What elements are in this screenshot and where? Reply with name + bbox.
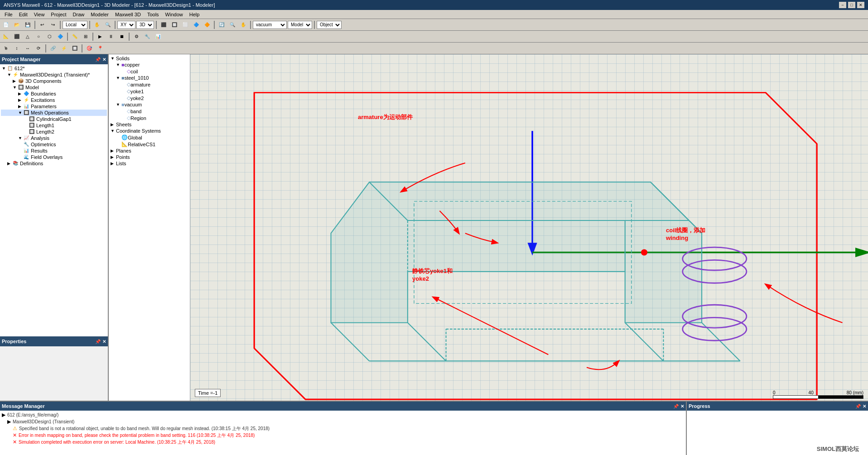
mt-region[interactable]: ◇ Region [110, 115, 189, 121]
expand-model[interactable]: ▼ [13, 85, 18, 90]
misc-btn-2[interactable]: 🔧 [142, 32, 152, 41]
selection-type-select[interactable]: Object Face Edge [317, 21, 342, 29]
t3-btn-6[interactable]: ⚡ [59, 44, 69, 53]
progress-close-icon[interactable]: ✕ [863, 404, 866, 409]
tree-item-excitations[interactable]: ▶ ⚡ Excitations [1, 97, 107, 103]
maximize-button[interactable]: □ [848, 2, 855, 8]
mt-armature[interactable]: ◇ armature [110, 81, 189, 88]
menu-modeler[interactable]: Modeler [88, 11, 111, 18]
mt-solids[interactable]: ▼ Solids [110, 55, 189, 62]
view-btn-4[interactable]: 🔷 [191, 20, 201, 29]
sim-btn-1[interactable]: ▶ [95, 32, 105, 41]
menu-edit[interactable]: Edit [16, 11, 30, 18]
tree-item-length2[interactable]: 🔲 Length2 [1, 129, 107, 135]
properties-close-icon[interactable]: ✕ [102, 339, 106, 344]
mt-coil[interactable]: ◇ coil [110, 68, 189, 75]
mt-sheets[interactable]: ▶ Sheets [110, 121, 189, 128]
open-btn[interactable]: 📂 [12, 20, 22, 29]
expand-3dcomponents[interactable]: ▶ [13, 79, 18, 83]
snap-x-btn[interactable]: ✋ [92, 20, 102, 29]
view-btn-3[interactable]: ⬜ [180, 20, 190, 29]
expand-parameters[interactable]: ▶ [18, 104, 24, 109]
close-panel-icon[interactable]: ✕ [102, 57, 106, 62]
view-btn-2[interactable]: 🔲 [169, 20, 179, 29]
view-btn-5[interactable]: 🔶 [202, 20, 212, 29]
model-tree[interactable]: ▼ Solids ▼ ■ copper ◇ coil ▼ ■ steel_101… [109, 54, 190, 401]
t3-btn-5[interactable]: 🔗 [48, 44, 58, 53]
draw-btn-2[interactable]: ⬛ [12, 32, 22, 41]
menu-maxwell3d[interactable]: Maxwell 3D [112, 11, 144, 18]
mt-steel1010[interactable]: ▼ ■ steel_1010 [110, 75, 189, 81]
viewport-3d[interactable]: armature为运动部件 coil线圈，添加 winding 静铁芯yoke1… [190, 54, 868, 401]
sim-btn-2[interactable]: ⏸ [106, 32, 116, 41]
expand-length2[interactable] [24, 129, 29, 134]
redo-btn[interactable]: ↪ [48, 20, 58, 29]
grid-btn[interactable]: ⊞ [81, 32, 91, 41]
measure-btn[interactable]: 📏 [70, 32, 80, 41]
mt-relativeCS1[interactable]: 📐 RelativeCS1 [110, 141, 189, 148]
expand-analysis[interactable]: ▼ [18, 136, 24, 140]
tree-item-optimetrics[interactable]: 🔧 Optimetrics [1, 141, 107, 148]
menu-file[interactable]: File [2, 11, 15, 18]
mt-yoke1[interactable]: ◇ yoke1 [110, 88, 189, 95]
tree-item-model[interactable]: ▼ 🔲 Model [1, 84, 107, 91]
expand-fieldoverlays[interactable] [18, 155, 24, 159]
t3-btn-9[interactable]: 📍 [95, 44, 105, 53]
mt-global[interactable]: 🌐 Global [110, 134, 189, 141]
tree-item-root612[interactable]: ▼ 📋 612* [1, 65, 107, 72]
draw-btn-5[interactable]: ⬡ [44, 32, 54, 41]
minimize-button[interactable]: − [839, 2, 846, 8]
model-select[interactable]: Model [288, 21, 312, 29]
title-bar-controls[interactable]: − □ ✕ [839, 2, 864, 8]
menu-view[interactable]: View [31, 11, 48, 18]
tree-item-definitions[interactable]: ▶ 📚 Definitions [1, 160, 107, 167]
view-btn-1[interactable]: ⬛ [159, 20, 169, 29]
mt-band[interactable]: ◇ band [110, 108, 189, 115]
draw-btn-4[interactable]: ○ [34, 32, 43, 41]
sim-btn-3[interactable]: ⏹ [117, 32, 127, 41]
expand-boundaries[interactable]: ▶ [18, 91, 24, 96]
msg-close-icon[interactable]: ✕ [680, 404, 684, 409]
new-btn[interactable]: 📄 [1, 20, 11, 29]
mt-copper[interactable]: ▼ ■ copper [110, 62, 189, 68]
pin-icon[interactable]: 📌 [95, 57, 101, 62]
tree-item-boundaries[interactable]: ▶ 🔷 Boundaries [1, 91, 107, 97]
draw-btn-3[interactable]: △ [23, 32, 33, 41]
mt-coordsys[interactable]: ▼ Coordinate Systems [110, 128, 189, 134]
tree-item-parameters[interactable]: ▶ 📊 Parameters [1, 103, 107, 110]
mt-yoke2[interactable]: ◇ yoke2 [110, 95, 189, 101]
tree-item-fieldoverlays[interactable]: 🌊 Field Overlays [1, 154, 107, 160]
mt-points[interactable]: ▶ Points [110, 154, 189, 160]
msg-pin-icon[interactable]: 📌 [673, 404, 679, 409]
expand-excitations[interactable]: ▶ [18, 98, 24, 102]
expand-definitions[interactable]: ▶ [7, 161, 13, 166]
tree-item-length1[interactable]: 🔲 Length1 [1, 122, 107, 129]
menu-help[interactable]: Help [187, 11, 203, 18]
tree-item-maxwell3d[interactable]: ▼ ⚡ Maxwell3DDesign1 (Transient)* [1, 72, 107, 78]
tree-item-results[interactable]: 📊 Results [1, 148, 107, 154]
misc-btn-3[interactable]: 📊 [153, 32, 163, 41]
t3-btn-2[interactable]: ↕ [12, 44, 22, 53]
menu-draw[interactable]: Draw [70, 11, 87, 18]
properties-pin-icon[interactable]: 📌 [95, 339, 101, 344]
view-select[interactable]: 3D 2D [136, 21, 154, 29]
zoom-btn[interactable]: 🔍 [227, 20, 237, 29]
tree-item-3dcomponents[interactable]: ▶ 📦 3D Components [1, 78, 107, 84]
t3-btn-8[interactable]: 🎯 [84, 44, 94, 53]
pan-btn[interactable]: ✋ [238, 20, 248, 29]
close-button[interactable]: ✕ [857, 2, 864, 8]
material-select[interactable]: vacuum copper steel_1010 [253, 21, 287, 29]
t3-btn-7[interactable]: 🔲 [70, 44, 80, 53]
mt-planes[interactable]: ▶ Planes [110, 148, 189, 154]
message-content[interactable]: ▶ 612 (E:/ansys_file/emag/) ▶ Maxwell3DD… [0, 411, 686, 455]
t3-btn-4[interactable]: ⟳ [34, 44, 43, 53]
menu-project[interactable]: Project [48, 11, 69, 18]
expand-optimetrics[interactable] [18, 142, 24, 147]
misc-btn-1[interactable]: ⚙ [131, 32, 141, 41]
save-btn[interactable]: 💾 [23, 20, 33, 29]
expand-results[interactable] [18, 148, 24, 153]
menu-tools[interactable]: Tools [145, 11, 162, 18]
rotate-btn[interactable]: 🔄 [217, 20, 227, 29]
expand-maxwell3d[interactable]: ▼ [7, 72, 13, 77]
tree-item-cylindricalgap1[interactable]: 🔲 CylindricalGap1 [1, 116, 107, 122]
